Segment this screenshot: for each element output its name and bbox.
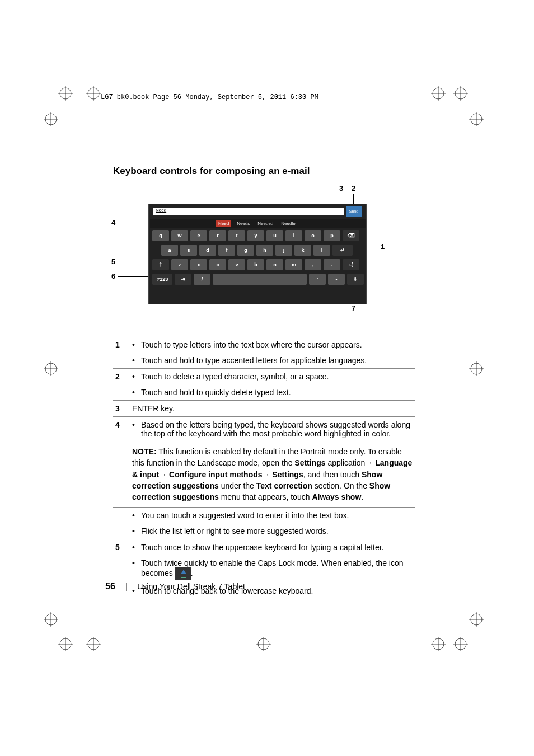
def-num-5: 5 — [113, 539, 130, 556]
key: e — [190, 230, 207, 241]
key: i — [285, 230, 302, 241]
space-key — [213, 274, 307, 285]
def-num-3: 3 — [113, 401, 130, 417]
def-text: Flick the list left or right to see more… — [139, 523, 415, 539]
tab-key: ⇥ — [175, 274, 191, 285]
note-block: NOTE: This function is enabled by defaul… — [113, 442, 415, 508]
key: , — [305, 259, 321, 270]
keyboard-send-button: Send — [346, 206, 362, 217]
bullet-icon: • — [130, 337, 139, 353]
key: b — [247, 259, 264, 270]
key: . — [324, 259, 340, 270]
crosshair-icon — [44, 361, 58, 376]
chapter-title: Using Your Dell Streak 7 Tablet — [137, 582, 245, 591]
bullet-icon: • — [130, 508, 139, 523]
crosshair-icon — [453, 86, 468, 101]
key: / — [194, 274, 210, 285]
key: c — [209, 259, 226, 270]
backspace-key: ⌫ — [343, 230, 359, 241]
bullet-icon: • — [130, 384, 139, 401]
key: h — [256, 245, 273, 256]
symbols-key: ?123 — [152, 274, 172, 285]
enter-key: ↵ — [332, 245, 353, 256]
key: s — [180, 245, 197, 256]
crosshair-icon — [469, 361, 484, 376]
key: z — [171, 259, 188, 270]
def-text: Touch and hold to type accented letters … — [139, 353, 415, 369]
callout-2: 2 — [352, 184, 355, 192]
crosshair-icon — [256, 637, 271, 651]
crosshair-icon — [58, 637, 73, 651]
key: p — [324, 230, 340, 241]
key: l — [313, 245, 330, 256]
def-text: ENTER key. — [130, 401, 406, 417]
key: q — [152, 230, 169, 241]
def-text: Touch and hold to quickly delete typed t… — [139, 384, 415, 401]
bullet-icon: • — [130, 369, 139, 385]
crosshair-icon — [453, 637, 468, 651]
suggestion: Needs — [235, 220, 252, 227]
crosshair-icon — [431, 637, 446, 651]
page-number: 56 — [105, 581, 115, 591]
key: j — [275, 245, 292, 256]
key: x — [190, 259, 207, 270]
keyboard-textfield: Need — [153, 208, 344, 215]
page-footer: 56 | Using Your Dell Streak 7 Tablet — [105, 581, 245, 591]
def-num-2: 2 — [113, 369, 130, 385]
callout-7: 7 — [352, 304, 355, 312]
callout-5: 5 — [111, 257, 115, 266]
key: ' — [309, 274, 326, 285]
crosshair-icon — [431, 86, 446, 101]
footer-separator: | — [125, 582, 128, 591]
def-num-1: 1 — [113, 337, 130, 353]
crosshair-icon — [469, 112, 484, 126]
def-num-4: 4 — [113, 417, 130, 442]
section-title: Keyboard controls for composing an e-mai… — [113, 166, 415, 177]
key: g — [237, 245, 254, 256]
def-text: You can touch a suggested word to enter … — [139, 508, 415, 523]
bullet-icon: • — [130, 555, 139, 583]
key: v — [228, 259, 245, 270]
key: n — [266, 259, 283, 270]
crosshair-icon — [58, 86, 73, 101]
def-text: Touch to delete a typed character, symbo… — [139, 369, 415, 385]
key: r — [209, 230, 226, 241]
def-text: Touch once to show the uppercase keyboar… — [139, 539, 415, 556]
key: m — [285, 259, 302, 270]
keyboard-figure: 3 2 4 5 6 1 7 Need Send Need Needs Neede… — [113, 187, 415, 332]
note-label: NOTE: — [132, 447, 157, 456]
crosshair-icon — [86, 637, 101, 651]
crosshair-icon — [469, 612, 484, 627]
smiley-key: :-) — [343, 259, 359, 270]
crosshair-icon — [44, 612, 58, 627]
page-imprint: LG7_bk0.book Page 56 Monday, September 5… — [101, 93, 318, 101]
bullet-icon: • — [130, 523, 139, 539]
key: y — [247, 230, 264, 241]
crosshair-icon — [44, 112, 58, 126]
key: - — [328, 274, 345, 285]
bullet-icon: • — [130, 417, 139, 442]
crosshair-icon — [86, 86, 101, 101]
mic-key: ⇩ — [347, 274, 364, 285]
callout-6: 6 — [111, 272, 115, 280]
key: f — [218, 245, 235, 256]
key: t — [228, 230, 245, 241]
suggestion: Needle — [279, 220, 297, 227]
key: u — [266, 230, 283, 241]
def-text: Based on the letters being typed, the ke… — [139, 417, 415, 442]
def-text: Touch to type letters into the text box … — [139, 337, 415, 353]
bullet-icon: • — [130, 353, 139, 369]
def-text: Touch twice quickly to enable the Caps L… — [139, 555, 415, 583]
key: d — [199, 245, 216, 256]
callout-4: 4 — [111, 218, 115, 227]
bullet-icon: • — [130, 539, 139, 556]
callout-1: 1 — [381, 242, 385, 251]
key: a — [161, 245, 178, 256]
suggestion-highlight: Need — [216, 220, 231, 227]
keyboard-screenshot: Need Send Need Needs Needed Needle q w e… — [148, 204, 367, 304]
suggestion: Needed — [255, 220, 275, 227]
key: k — [294, 245, 311, 256]
key: o — [305, 230, 321, 241]
shift-key: ⇧ — [152, 259, 169, 270]
callout-3: 3 — [339, 184, 343, 192]
